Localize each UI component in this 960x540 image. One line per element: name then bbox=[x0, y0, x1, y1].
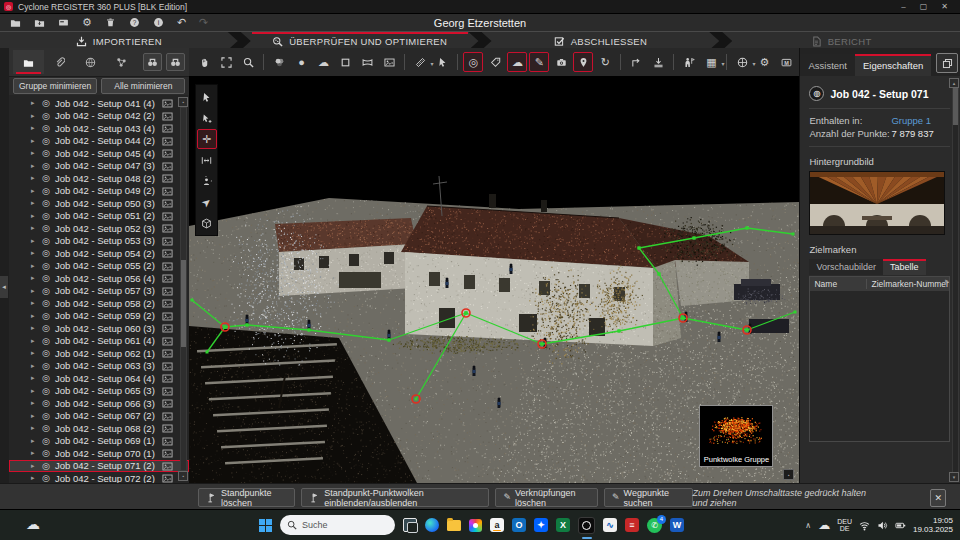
setup-list-item[interactable]: ▸◎Job 042 - Setup 060 (3) bbox=[9, 322, 189, 335]
expand-caret-icon[interactable]: ▸ bbox=[31, 462, 37, 470]
setup-list-item[interactable]: ▸◎Job 042 - Setup 069 (1) bbox=[9, 435, 189, 448]
setup-list-item[interactable]: ▸◎Job 042 - Setup 072 (2) bbox=[9, 472, 189, 483]
find-next-button[interactable] bbox=[166, 53, 185, 71]
expand-caret-icon[interactable]: ▸ bbox=[31, 137, 37, 145]
setup-image-icon[interactable] bbox=[162, 361, 173, 371]
setup-image-icon[interactable] bbox=[162, 411, 173, 421]
expand-caret-icon[interactable]: ▸ bbox=[31, 187, 37, 195]
close-button[interactable]: ✕ bbox=[941, 2, 948, 11]
setup-list-item[interactable]: ▸◎Job 042 - Setup 056 (4) bbox=[9, 272, 189, 285]
zoom-icon[interactable] bbox=[238, 52, 258, 72]
sidebar-tab-geo[interactable] bbox=[75, 50, 106, 74]
pan-icon[interactable] bbox=[194, 52, 214, 72]
expand-caret-icon[interactable]: ▸ bbox=[31, 337, 37, 345]
expand-caret-icon[interactable]: ▸ bbox=[31, 249, 37, 257]
annotate-tool-icon[interactable]: ✎ bbox=[529, 52, 549, 72]
expand-caret-icon[interactable]: ▸ bbox=[31, 262, 37, 270]
setup-list-item[interactable]: ▸◎Job 042 - Setup 051 (2) bbox=[9, 210, 189, 223]
setup-list-item[interactable]: ▸◎Job 042 - Setup 057 (3) bbox=[9, 285, 189, 298]
setup-list-item[interactable]: ▸◎Job 042 - Setup 061 (4) bbox=[9, 335, 189, 348]
setup-image-icon[interactable] bbox=[162, 236, 173, 246]
search-box[interactable]: Suche bbox=[280, 515, 395, 535]
setup-image-icon[interactable] bbox=[162, 223, 173, 233]
list-scroll-top-icon[interactable]: ▪ bbox=[178, 97, 188, 107]
tag-tool-icon[interactable] bbox=[485, 52, 505, 72]
expand-caret-icon[interactable]: ▸ bbox=[31, 474, 37, 482]
setup-image-icon[interactable] bbox=[162, 161, 173, 171]
expand-caret-icon[interactable]: ▸ bbox=[31, 162, 37, 170]
setup-image-icon[interactable] bbox=[162, 298, 173, 308]
fit-view-icon[interactable] bbox=[216, 52, 236, 72]
expand-caret-icon[interactable]: ▸ bbox=[31, 174, 37, 182]
chart-app-icon[interactable]: ∿ bbox=[603, 518, 617, 532]
expand-caret-icon[interactable]: ▸ bbox=[31, 237, 37, 245]
expand-caret-icon[interactable]: ▸ bbox=[31, 212, 37, 220]
targets-tab-vorschaubilder[interactable]: Vorschaubilder bbox=[809, 259, 883, 275]
cyclone-app-icon[interactable] bbox=[578, 517, 595, 534]
setup-list-item[interactable]: ▸◎Job 042 - Setup 058 (2) bbox=[9, 297, 189, 310]
setup-image-icon[interactable] bbox=[162, 273, 173, 283]
expand-caret-icon[interactable]: ▸ bbox=[31, 99, 37, 107]
start-button[interactable] bbox=[259, 519, 272, 532]
expand-caret-icon[interactable]: ▸ bbox=[31, 299, 37, 307]
maximize-button[interactable]: ▢ bbox=[920, 2, 928, 11]
expand-caret-icon[interactable]: ▸ bbox=[31, 362, 37, 370]
setup-list-item[interactable]: ▸◎Job 042 - Setup 042 (2) bbox=[9, 110, 189, 123]
expand-caret-icon[interactable]: ▸ bbox=[31, 224, 37, 232]
photos-app-icon[interactable] bbox=[469, 519, 482, 532]
expand-caret-icon[interactable]: ▸ bbox=[31, 424, 37, 432]
setup-list-item[interactable]: ▸◎Job 042 - Setup 071 (2) bbox=[9, 460, 189, 473]
property-value-link[interactable]: Gruppe 1 bbox=[891, 114, 931, 127]
onedrive-icon[interactable]: ☁ bbox=[818, 518, 830, 532]
setup-image-icon[interactable] bbox=[162, 136, 173, 146]
sidebar-tab-sites[interactable] bbox=[13, 50, 44, 74]
axes-icon[interactable] bbox=[626, 52, 646, 72]
expand-caret-icon[interactable]: ▸ bbox=[31, 124, 37, 132]
setup-image-icon[interactable] bbox=[162, 211, 173, 221]
drop-to-ground-icon[interactable] bbox=[648, 52, 668, 72]
collapse-all-button[interactable]: Alle minimieren bbox=[101, 78, 185, 94]
task-view-button[interactable] bbox=[403, 518, 417, 532]
target-tool-icon[interactable]: ◎ bbox=[463, 52, 483, 72]
compass-icon[interactable]: ▾ bbox=[732, 52, 752, 72]
cube-view-tool[interactable] bbox=[197, 213, 217, 233]
globe-settings-icon[interactable]: ⚙ bbox=[754, 52, 774, 72]
setup-image-icon[interactable] bbox=[162, 261, 173, 271]
setup-image-icon[interactable] bbox=[162, 111, 173, 121]
setup-list-item[interactable]: ▸◎Job 042 - Setup 055 (2) bbox=[9, 260, 189, 273]
setup-list-item[interactable]: ▸◎Job 042 - Setup 043 (4) bbox=[9, 122, 189, 135]
setup-list-item[interactable]: ▸◎Job 042 - Setup 054 (2) bbox=[9, 247, 189, 260]
table-scroll-right-icon[interactable]: ► bbox=[944, 278, 950, 284]
panel-scroll-down-icon[interactable]: ▾ bbox=[949, 472, 959, 482]
expand-caret-icon[interactable]: ▸ bbox=[31, 199, 37, 207]
setup-list-item[interactable]: ▸◎Job 042 - Setup 044 (2) bbox=[9, 135, 189, 148]
setup-image-icon[interactable] bbox=[162, 323, 173, 333]
excel-app-icon[interactable]: X bbox=[556, 518, 570, 532]
action-button-3[interactable]: ✎Verknüpfungen löschen bbox=[495, 488, 598, 507]
edge-app-icon[interactable] bbox=[425, 518, 439, 532]
cloud-tool-icon[interactable]: ☁ bbox=[507, 52, 527, 72]
expand-caret-icon[interactable]: ▸ bbox=[31, 374, 37, 382]
viewport-corner-widget[interactable]: ▪ bbox=[783, 469, 794, 480]
action-button-4[interactable]: ✎Wegpunkte suchen bbox=[604, 488, 692, 507]
setup-image-icon[interactable] bbox=[162, 448, 173, 458]
amazon-app-icon[interactable]: a bbox=[490, 518, 504, 532]
rotate-tool-icon[interactable]: ↻ bbox=[595, 52, 615, 72]
setup-list-item[interactable]: ▸◎Job 042 - Setup 053 (3) bbox=[9, 235, 189, 248]
clock[interactable]: 19:0519.03.2025 bbox=[913, 516, 953, 534]
color-mode-icon[interactable] bbox=[269, 52, 289, 72]
orbit-tool[interactable] bbox=[197, 171, 217, 191]
split-image-icon[interactable] bbox=[379, 52, 399, 72]
setup-list-item[interactable]: ▸◎Job 042 - Setup 050 (3) bbox=[9, 197, 189, 210]
setup-list-item[interactable]: ▸◎Job 042 - Setup 067 (2) bbox=[9, 410, 189, 423]
expand-caret-icon[interactable]: ▸ bbox=[31, 149, 37, 157]
expand-caret-icon[interactable]: ▸ bbox=[31, 399, 37, 407]
right-panel-scrollbar[interactable] bbox=[952, 80, 959, 473]
setup-list-item[interactable]: ▸◎Job 042 - Setup 047 (3) bbox=[9, 160, 189, 173]
fly-tool[interactable]: ➤ bbox=[197, 192, 217, 212]
expand-caret-icon[interactable]: ▸ bbox=[31, 349, 37, 357]
setup-list-item[interactable]: ▸◎Job 042 - Setup 041 (4) bbox=[9, 97, 189, 110]
sidebar-tab-targets[interactable] bbox=[106, 50, 137, 74]
setup-list-item[interactable]: ▸◎Job 042 - Setup 064 (4) bbox=[9, 372, 189, 385]
expand-caret-icon[interactable]: ▸ bbox=[31, 287, 37, 295]
